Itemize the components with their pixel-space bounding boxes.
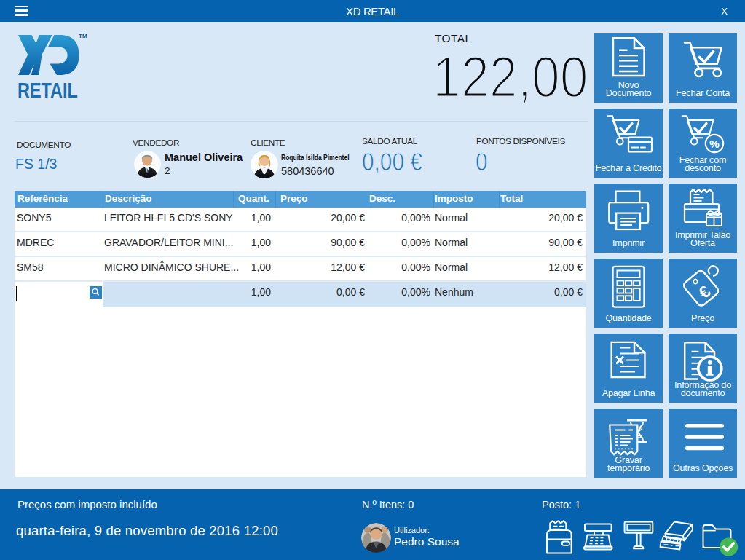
svg-text:%: % bbox=[709, 138, 720, 150]
